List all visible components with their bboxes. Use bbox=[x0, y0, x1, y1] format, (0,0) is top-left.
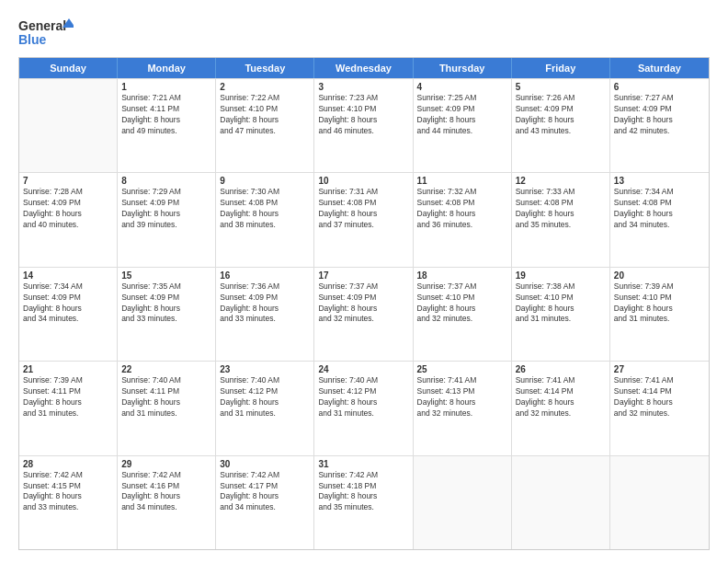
cell-line: and 44 minutes. bbox=[417, 126, 507, 137]
cell-line: and 32 minutes. bbox=[516, 408, 606, 419]
day-number: 26 bbox=[516, 364, 606, 374]
day-number: 19 bbox=[516, 270, 606, 281]
cell-line: Daylight: 8 hours bbox=[318, 397, 408, 408]
cell-line: Daylight: 8 hours bbox=[516, 304, 606, 315]
calendar-cell bbox=[610, 456, 709, 549]
calendar-header: SundayMondayTuesdayWednesdayThursdayFrid… bbox=[19, 58, 709, 78]
cell-line: Daylight: 8 hours bbox=[318, 115, 408, 126]
calendar-cell: 14Sunrise: 7:34 AMSunset: 4:09 PMDayligh… bbox=[19, 268, 118, 361]
cell-line: Sunrise: 7:41 AM bbox=[614, 375, 705, 386]
cell-line: Sunrise: 7:23 AM bbox=[318, 93, 408, 104]
cell-line: Sunrise: 7:30 AM bbox=[220, 187, 310, 198]
cell-line: Sunset: 4:10 PM bbox=[417, 293, 507, 304]
calendar-cell bbox=[19, 79, 118, 172]
cell-line: Sunrise: 7:37 AM bbox=[417, 282, 507, 293]
cell-line: and 31 minutes. bbox=[23, 408, 113, 419]
day-number: 12 bbox=[516, 176, 606, 186]
cell-line: Daylight: 8 hours bbox=[23, 491, 113, 502]
cell-line: and 31 minutes. bbox=[516, 314, 606, 325]
calendar-header-cell: Thursday bbox=[414, 58, 512, 78]
cell-line: and 36 minutes. bbox=[417, 220, 507, 231]
day-number: 17 bbox=[318, 270, 408, 281]
calendar-cell: 29Sunrise: 7:42 AMSunset: 4:16 PMDayligh… bbox=[118, 456, 216, 549]
cell-line: Daylight: 8 hours bbox=[121, 491, 211, 502]
calendar-cell: 31Sunrise: 7:42 AMSunset: 4:18 PMDayligh… bbox=[314, 456, 413, 549]
cell-line: Daylight: 8 hours bbox=[417, 209, 507, 220]
cell-line: and 42 minutes. bbox=[614, 126, 705, 137]
cell-line: Sunset: 4:11 PM bbox=[23, 386, 113, 397]
calendar-body: 1Sunrise: 7:21 AMSunset: 4:11 PMDaylight… bbox=[19, 78, 709, 549]
cell-line: and 43 minutes. bbox=[516, 126, 606, 137]
calendar-cell: 9Sunrise: 7:30 AMSunset: 4:08 PMDaylight… bbox=[216, 173, 314, 266]
day-number: 6 bbox=[614, 82, 705, 92]
calendar-cell: 12Sunrise: 7:33 AMSunset: 4:08 PMDayligh… bbox=[512, 173, 610, 266]
cell-line: Sunset: 4:08 PM bbox=[516, 198, 606, 209]
cell-line: Daylight: 8 hours bbox=[220, 115, 310, 126]
calendar-cell: 10Sunrise: 7:31 AMSunset: 4:08 PMDayligh… bbox=[314, 173, 413, 266]
day-number: 25 bbox=[417, 364, 507, 374]
day-number: 27 bbox=[614, 364, 705, 374]
day-number: 22 bbox=[121, 364, 211, 374]
calendar-cell: 24Sunrise: 7:40 AMSunset: 4:12 PMDayligh… bbox=[314, 362, 413, 454]
day-number: 4 bbox=[417, 82, 507, 92]
day-number: 28 bbox=[23, 459, 113, 469]
cell-line: Sunset: 4:10 PM bbox=[318, 104, 408, 115]
cell-line: Daylight: 8 hours bbox=[121, 209, 211, 220]
cell-line: Sunrise: 7:32 AM bbox=[417, 187, 507, 198]
cell-line: Sunset: 4:09 PM bbox=[417, 104, 507, 115]
day-number: 30 bbox=[220, 459, 310, 469]
cell-line: and 31 minutes. bbox=[220, 408, 310, 419]
logo-svg: General Blue bbox=[18, 17, 74, 50]
cell-line: Daylight: 8 hours bbox=[614, 397, 705, 408]
cell-line: Sunrise: 7:40 AM bbox=[121, 375, 211, 386]
calendar-cell: 6Sunrise: 7:27 AMSunset: 4:09 PMDaylight… bbox=[610, 79, 709, 172]
day-number: 1 bbox=[121, 82, 211, 92]
day-number: 10 bbox=[318, 176, 408, 186]
cell-line: and 40 minutes. bbox=[23, 220, 113, 231]
cell-line: Sunrise: 7:35 AM bbox=[121, 282, 211, 293]
cell-line: Daylight: 8 hours bbox=[23, 304, 113, 315]
calendar-cell: 8Sunrise: 7:29 AMSunset: 4:09 PMDaylight… bbox=[118, 173, 216, 266]
cell-line: Sunrise: 7:34 AM bbox=[614, 187, 705, 198]
calendar-cell: 23Sunrise: 7:40 AMSunset: 4:12 PMDayligh… bbox=[216, 362, 314, 454]
cell-line: Sunset: 4:09 PM bbox=[614, 104, 705, 115]
day-number: 16 bbox=[220, 270, 310, 281]
cell-line: Sunset: 4:09 PM bbox=[220, 293, 310, 304]
calendar-cell: 21Sunrise: 7:39 AMSunset: 4:11 PMDayligh… bbox=[19, 362, 118, 454]
cell-line: Daylight: 8 hours bbox=[318, 209, 408, 220]
calendar-cell: 28Sunrise: 7:42 AMSunset: 4:15 PMDayligh… bbox=[19, 456, 118, 549]
calendar-cell: 17Sunrise: 7:37 AMSunset: 4:09 PMDayligh… bbox=[314, 268, 413, 361]
cell-line: Daylight: 8 hours bbox=[23, 397, 113, 408]
cell-line: Sunrise: 7:42 AM bbox=[121, 470, 211, 481]
cell-line: and 34 minutes. bbox=[614, 220, 705, 231]
cell-line: Daylight: 8 hours bbox=[614, 115, 705, 126]
day-number: 7 bbox=[23, 176, 113, 186]
calendar: SundayMondayTuesdayWednesdayThursdayFrid… bbox=[18, 57, 710, 550]
cell-line: Sunrise: 7:21 AM bbox=[121, 93, 211, 104]
cell-line: Sunrise: 7:29 AM bbox=[121, 187, 211, 198]
cell-line: Daylight: 8 hours bbox=[220, 209, 310, 220]
calendar-header-cell: Tuesday bbox=[216, 58, 314, 78]
cell-line: Daylight: 8 hours bbox=[121, 115, 211, 126]
cell-line: Sunrise: 7:26 AM bbox=[516, 93, 606, 104]
cell-line: and 31 minutes. bbox=[318, 408, 408, 419]
cell-line: Daylight: 8 hours bbox=[516, 209, 606, 220]
cell-line: Sunrise: 7:22 AM bbox=[220, 93, 310, 104]
calendar-cell: 18Sunrise: 7:37 AMSunset: 4:10 PMDayligh… bbox=[414, 268, 512, 361]
cell-line: and 33 minutes. bbox=[23, 502, 113, 513]
calendar-header-cell: Friday bbox=[512, 58, 610, 78]
calendar-row: 1Sunrise: 7:21 AMSunset: 4:11 PMDaylight… bbox=[19, 78, 709, 172]
cell-line: and 32 minutes. bbox=[417, 314, 507, 325]
svg-text:General: General bbox=[18, 18, 66, 33]
cell-line: Sunrise: 7:38 AM bbox=[516, 282, 606, 293]
cell-line: Sunset: 4:09 PM bbox=[23, 293, 113, 304]
cell-line: and 34 minutes. bbox=[220, 502, 310, 513]
cell-line: Daylight: 8 hours bbox=[614, 304, 705, 315]
day-number: 21 bbox=[23, 364, 113, 374]
calendar-cell: 4Sunrise: 7:25 AMSunset: 4:09 PMDaylight… bbox=[414, 79, 512, 172]
cell-line: Sunset: 4:10 PM bbox=[614, 293, 705, 304]
cell-line: and 46 minutes. bbox=[318, 126, 408, 137]
cell-line: Sunset: 4:10 PM bbox=[220, 104, 310, 115]
calendar-cell: 27Sunrise: 7:41 AMSunset: 4:14 PMDayligh… bbox=[610, 362, 709, 454]
cell-line: Daylight: 8 hours bbox=[220, 397, 310, 408]
